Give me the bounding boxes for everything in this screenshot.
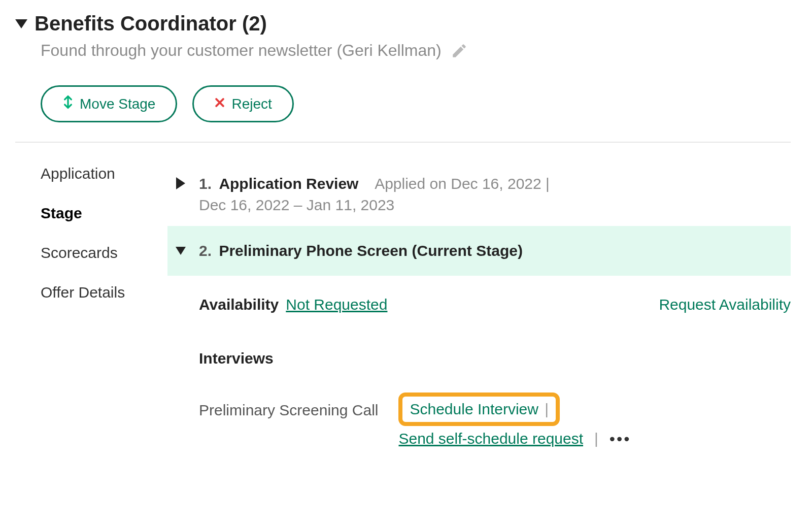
edit-pencil-icon[interactable] (451, 42, 468, 59)
sidenav-scorecards[interactable]: Scorecards (41, 244, 167, 262)
more-actions-icon[interactable]: ••• (610, 431, 631, 447)
send-self-schedule-link[interactable]: Send self-schedule request (398, 430, 583, 447)
request-availability-link[interactable]: Request Availability (659, 296, 791, 313)
stage-name: Preliminary Phone Screen (Current Stage) (219, 242, 523, 259)
stage-name: Application Review (219, 175, 358, 192)
separator: | (540, 401, 549, 418)
caret-right-icon (176, 177, 185, 189)
schedule-interview-highlight: Schedule Interview | (398, 393, 560, 426)
availability-label: Availability (199, 296, 279, 313)
caret-down-icon (176, 247, 186, 255)
move-stage-label: Move Stage (80, 96, 155, 112)
interview-name: Preliminary Screening Call (199, 393, 378, 419)
separator: | (594, 430, 598, 447)
stage-row-application-review[interactable]: 1. Application Review Applied on Dec 16,… (167, 163, 791, 226)
stage-date-range: Dec 16, 2022 – Jan 11, 2023 (199, 197, 394, 213)
job-title: Benefits Coordinator (2) (35, 12, 267, 35)
move-stage-button[interactable]: Move Stage (41, 85, 177, 122)
reject-button[interactable]: Reject (192, 85, 293, 122)
sidenav-application[interactable]: Application (41, 165, 167, 182)
side-nav: Application Stage Scorecards Offer Detai… (15, 163, 167, 447)
schedule-interview-link[interactable]: Schedule Interview (410, 401, 538, 418)
move-arrows-icon (62, 95, 74, 113)
reject-label: Reject (231, 96, 272, 112)
x-icon (214, 96, 225, 112)
sidenav-offer-details[interactable]: Offer Details (41, 284, 167, 301)
stage-applied-on: Applied on Dec 16, 2022 | (375, 175, 550, 192)
availability-status-link[interactable]: Not Requested (286, 296, 387, 313)
collapse-caret-icon[interactable] (15, 19, 27, 28)
source-subtitle: Found through your customer newsletter (… (41, 41, 442, 60)
stage-number: 1. (199, 175, 212, 192)
sidenav-stage[interactable]: Stage (41, 205, 167, 222)
interviews-heading: Interviews (199, 350, 791, 367)
stage-number: 2. (199, 242, 212, 259)
stage-row-phone-screen[interactable]: 2. Preliminary Phone Screen (Current Sta… (167, 226, 791, 276)
